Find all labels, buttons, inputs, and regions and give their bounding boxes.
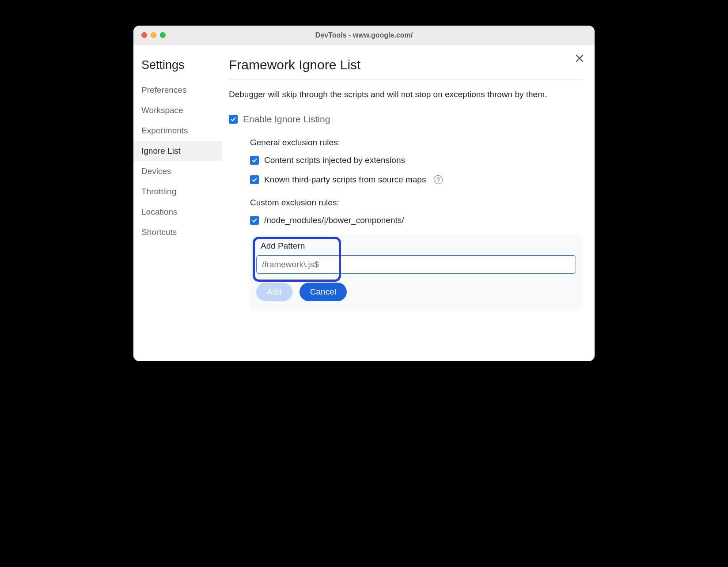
enable-ignore-listing-row: Enable Ignore Listing [229, 114, 582, 125]
close-window-button[interactable] [141, 32, 147, 38]
custom-rule-row: /node_modules/|/bower_components/ [250, 215, 582, 225]
sidebar-item-workspace[interactable]: Workspace [133, 100, 222, 121]
custom-rule-label: /node_modules/|/bower_components/ [264, 215, 404, 225]
traffic-lights [141, 32, 166, 38]
custom-rules-heading: Custom exclusion rules: [250, 198, 582, 208]
settings-main: Framework Ignore List Debugger will skip… [222, 45, 595, 361]
add-button[interactable]: Add [256, 283, 292, 301]
sidebar-item-devices[interactable]: Devices [133, 161, 222, 181]
sidebar-item-ignore-list[interactable]: Ignore List [133, 141, 222, 161]
help-icon[interactable]: ? [434, 175, 443, 184]
content-scripts-checkbox[interactable] [250, 156, 259, 165]
settings-body: Settings Preferences Workspace Experimen… [133, 45, 595, 361]
sidebar-item-experiments[interactable]: Experiments [133, 121, 222, 141]
general-rules-heading: General exclusion rules: [250, 138, 582, 147]
cancel-button[interactable]: Cancel [300, 283, 347, 301]
pattern-buttons: Add Cancel [256, 283, 576, 301]
content-scripts-label: Content scripts injected by extensions [264, 155, 405, 165]
close-icon[interactable] [575, 53, 584, 65]
sidebar-item-throttling[interactable]: Throttling [133, 181, 222, 202]
minimize-window-button[interactable] [151, 32, 156, 38]
maximize-window-button[interactable] [160, 32, 166, 38]
content-scripts-row: Content scripts injected by extensions [250, 155, 582, 165]
window-title: DevTools - www.google.com/ [133, 31, 595, 39]
third-party-label: Known third-party scripts from source ma… [264, 175, 426, 185]
sidebar-item-shortcuts[interactable]: Shortcuts [133, 222, 222, 242]
enable-ignore-listing-checkbox[interactable] [229, 115, 238, 124]
enable-ignore-listing-label: Enable Ignore Listing [243, 114, 330, 125]
devtools-settings-window: DevTools - www.google.com/ Settings Pref… [133, 26, 595, 361]
pattern-input[interactable] [256, 255, 576, 274]
add-pattern-label: Add Pattern [261, 241, 576, 251]
custom-rule-checkbox[interactable] [250, 216, 259, 225]
third-party-row: Known third-party scripts from source ma… [250, 175, 582, 185]
sidebar-item-preferences[interactable]: Preferences [133, 80, 222, 100]
sidebar-item-locations[interactable]: Locations [133, 202, 222, 222]
settings-sidebar: Settings Preferences Workspace Experimen… [133, 45, 222, 361]
titlebar: DevTools - www.google.com/ [133, 26, 595, 45]
add-pattern-panel: Add Pattern Add Cancel [250, 235, 582, 311]
page-description: Debugger will skip through the scripts a… [229, 89, 582, 101]
settings-heading: Settings [133, 54, 222, 80]
third-party-checkbox[interactable] [250, 175, 259, 184]
page-title: Framework Ignore List [229, 57, 582, 80]
